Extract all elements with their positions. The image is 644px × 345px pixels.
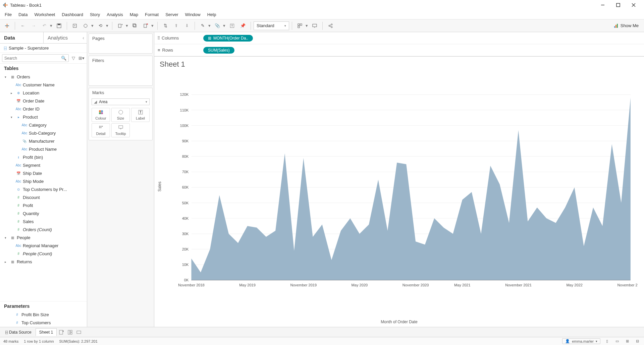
field-people-count-[interactable]: #People (Count) (1, 250, 86, 258)
field-manufacturer[interactable]: 📎Manufacturer (1, 137, 86, 145)
field-profit[interactable]: #Profit (1, 202, 86, 210)
columns-icon: ⦙⦙⦙ (158, 36, 160, 41)
field-order-id[interactable]: AbcOrder ID (1, 105, 86, 113)
group-button[interactable]: 📎 (212, 21, 222, 31)
swap-button[interactable]: ⇅ (160, 21, 170, 31)
svg-text:November 2022: November 2022 (617, 283, 637, 287)
share-button[interactable] (325, 21, 335, 31)
field-orders[interactable]: ▾▦Orders (1, 73, 86, 81)
marks-detail[interactable]: Detail (92, 123, 110, 137)
menu-server[interactable]: Server (162, 11, 181, 18)
field-location[interactable]: ▸⊕Location (1, 89, 86, 97)
field-sales[interactable]: #Sales (1, 218, 86, 226)
menu-dashboard[interactable]: Dashboard (58, 11, 87, 18)
field-category[interactable]: AbcCategory (1, 121, 86, 129)
pause-button[interactable] (80, 21, 91, 31)
field-ship-date[interactable]: 📅Ship Date (1, 169, 86, 178)
svg-text:November 2020: November 2020 (402, 283, 429, 287)
save-button[interactable] (54, 21, 64, 31)
data-tab[interactable]: Data (0, 32, 43, 43)
new-worksheet-button[interactable]: + (115, 21, 125, 31)
view4-icon[interactable]: ⊟ (634, 338, 641, 345)
mark-type-selector[interactable]: ◢Area (92, 98, 150, 105)
menu-data[interactable]: Data (15, 11, 31, 18)
field-quantity[interactable]: #Quantity (1, 210, 86, 218)
marks-tooltip[interactable]: Tooltip (111, 123, 130, 137)
cards-button[interactable] (295, 21, 305, 31)
menu-map[interactable]: Map (126, 11, 142, 18)
pin-button[interactable]: 📌 (238, 21, 248, 31)
field-discount[interactable]: #Discount (1, 194, 86, 202)
menu-help[interactable]: Help (204, 11, 220, 18)
sort-desc-button[interactable]: ⬇ (182, 21, 192, 31)
field-segment[interactable]: AbcSegment (1, 161, 86, 169)
clear-button[interactable] (141, 21, 151, 31)
field-ship-mode[interactable]: AbcShip Mode (1, 178, 86, 186)
label-button[interactable]: T (227, 21, 237, 31)
user-selector[interactable]: 👤emma.marler▾ (562, 338, 600, 344)
back-button[interactable]: ← (18, 21, 28, 31)
field-sub-category[interactable]: AbcSub-Category (1, 129, 86, 137)
view1-icon[interactable]: ▯ (604, 338, 610, 345)
menu-window[interactable]: Window (181, 11, 204, 18)
field-order-date[interactable]: 📅Order Date (1, 97, 86, 105)
marks-colour[interactable]: Colour (92, 108, 110, 122)
sheet-title[interactable]: Sheet 1 (154, 57, 644, 72)
menu-analysis[interactable]: Analysis (103, 11, 126, 18)
refresh-button[interactable]: ⟲ (95, 21, 105, 31)
chart-viz[interactable]: Sales 0K10K20K30K40K50K60K70K80K90K100K1… (154, 72, 644, 320)
field-top-customers[interactable]: #Top Customers (0, 319, 87, 327)
datasource-row[interactable]: ⌸ Sample - Superstore (0, 44, 87, 53)
field-orders-count-[interactable]: #Orders (Count) (1, 226, 86, 234)
columns-pill[interactable]: ⊞MONTH(Order Da.. (203, 35, 253, 42)
present-button[interactable] (310, 21, 320, 31)
field-returns[interactable]: ▸▦Returns (1, 258, 86, 266)
view3-icon[interactable]: ⊞ (624, 338, 631, 345)
new-story-icon[interactable] (75, 328, 83, 336)
menu-format[interactable]: Format (142, 11, 162, 18)
area-chart[interactable]: 0K10K20K30K40K50K60K70K80K90K100K110K120… (171, 72, 637, 313)
rows-shelf[interactable]: ≡Rows SUM(Sales) (154, 44, 644, 56)
marks-label[interactable]: TLabel (131, 108, 150, 122)
rows-pill[interactable]: SUM(Sales) (203, 47, 234, 54)
fit-selector[interactable]: Standard▾ (254, 21, 289, 30)
undo-button[interactable]: ↶ (39, 21, 49, 31)
field-profit-bin-size[interactable]: #Profit Bin Size (0, 311, 87, 319)
filters-shelf[interactable]: Filters (89, 56, 153, 86)
duplicate-button[interactable] (130, 21, 140, 31)
filter-icon[interactable]: ▽ (70, 55, 77, 62)
sort-asc-button[interactable]: ⬆ (171, 21, 181, 31)
field-top-customers-by-pr-[interactable]: ⊙Top Customers by Pr... (1, 186, 86, 194)
pages-shelf[interactable]: Pages (89, 33, 153, 54)
field-regional-manager[interactable]: AbcRegional Manager (1, 242, 86, 250)
analytics-tab[interactable]: Analytics (43, 32, 87, 43)
search-input[interactable]: 🔍 (2, 54, 69, 62)
new-datasource-button[interactable]: + (70, 21, 80, 31)
forward-button[interactable]: → (29, 21, 39, 31)
field-people[interactable]: ▾▦People (1, 234, 86, 242)
maximize-button[interactable] (610, 0, 626, 10)
datasource-tab[interactable]: ⌸Data Source (2, 329, 35, 336)
view2-icon[interactable]: ▭ (614, 338, 621, 345)
minimize-button[interactable] (595, 0, 610, 10)
field-product-name[interactable]: AbcProduct Name (1, 145, 86, 153)
show-me-button[interactable]: Show Me (610, 22, 642, 29)
field-product[interactable]: ▾▸Product (1, 113, 86, 121)
sheet1-tab[interactable]: Sheet 1 (36, 328, 57, 336)
field-customer-name[interactable]: AbcCustomer Name (1, 81, 86, 89)
new-dashboard-icon[interactable] (66, 328, 74, 336)
close-button[interactable] (626, 0, 641, 10)
menu-worksheet[interactable]: Worksheet (31, 11, 58, 18)
menu-file[interactable]: File (1, 11, 15, 18)
marks-card: Marks ◢Area ColourSizeTLabelDetailToolti… (89, 88, 153, 140)
highlight-button[interactable]: ✎ (198, 21, 208, 31)
view-icon[interactable]: ⊞▾ (78, 55, 85, 62)
field-profit-bin-[interactable]: ⫾Profit (bin) (1, 153, 86, 161)
new-sheet-icon[interactable]: + (57, 328, 65, 336)
sum-sales: SUM(Sales): 2.297.201 (59, 339, 98, 343)
columns-shelf[interactable]: ⦙⦙⦙Columns ⊞MONTH(Order Da.. (154, 32, 644, 44)
menu-story[interactable]: Story (87, 11, 103, 18)
marks-size[interactable]: Size (111, 108, 130, 122)
svg-rect-11 (58, 24, 60, 25)
tableau-icon[interactable] (2, 21, 12, 31)
